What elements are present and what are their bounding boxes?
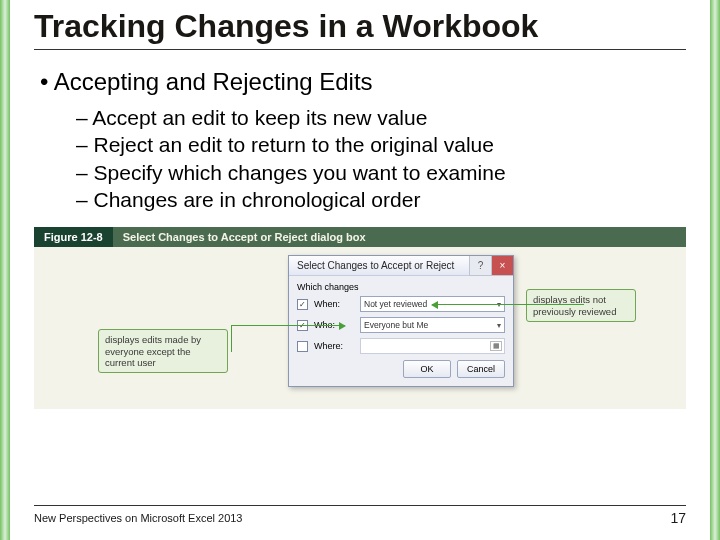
bullet-level2: Changes are in chronological order — [76, 186, 686, 213]
where-label: Where: — [314, 341, 354, 351]
bullet-level2: Accept an edit to keep its new value — [76, 104, 686, 131]
dialog-content: Which changes When: Not yet reviewed ▾ W… — [289, 276, 513, 386]
chevron-down-icon: ▾ — [497, 321, 501, 330]
who-combo[interactable]: Everyone but Me ▾ — [360, 317, 505, 333]
footer-page-number: 17 — [670, 510, 686, 526]
dialog-titlebar: Select Changes to Accept or Reject ? × — [289, 256, 513, 276]
ok-button[interactable]: OK — [403, 360, 451, 378]
when-value: Not yet reviewed — [364, 299, 427, 309]
which-changes-label: Which changes — [297, 282, 505, 292]
dialog-title-text: Select Changes to Accept or Reject — [297, 260, 454, 271]
figure-header: Figure 12-8 Select Changes to Accept or … — [34, 227, 686, 247]
when-checkbox[interactable] — [297, 299, 308, 310]
slide-footer: New Perspectives on Microsoft Excel 2013… — [34, 505, 686, 526]
figure-caption: Select Changes to Accept or Reject dialo… — [113, 227, 686, 247]
bullet-level2: Reject an edit to return to the original… — [76, 131, 686, 158]
decorative-left-border — [0, 0, 10, 540]
decorative-right-border — [710, 0, 720, 540]
when-label: When: — [314, 299, 354, 309]
callout-when: displays edits not previously reviewed — [526, 289, 636, 322]
callout-who: displays edits made by everyone except t… — [98, 329, 228, 373]
close-button[interactable]: × — [491, 256, 513, 276]
slide-body: Tracking Changes in a Workbook Accepting… — [10, 0, 710, 540]
figure-number: Figure 12-8 — [34, 227, 113, 247]
figure: Figure 12-8 Select Changes to Accept or … — [34, 227, 686, 409]
help-button[interactable]: ? — [469, 256, 491, 276]
refedit-collapse-icon[interactable]: ▦ — [490, 341, 502, 351]
bullet-level2: Specify which changes you want to examin… — [76, 159, 686, 186]
who-value: Everyone but Me — [364, 320, 428, 330]
where-refedit[interactable]: ▦ — [360, 338, 505, 354]
where-checkbox[interactable] — [297, 341, 308, 352]
figure-body: Select Changes to Accept or Reject ? × W… — [34, 247, 686, 409]
arrow-to-when — [432, 304, 584, 305]
footer-book-title: New Perspectives on Microsoft Excel 2013 — [34, 512, 242, 524]
bullet-level1: Accepting and Rejecting Edits — [40, 68, 686, 96]
cancel-button[interactable]: Cancel — [457, 360, 505, 378]
where-row: Where: ▦ — [297, 338, 505, 354]
slide-title: Tracking Changes in a Workbook — [34, 8, 686, 50]
arrow-to-who — [231, 325, 345, 326]
dialog-window: Select Changes to Accept or Reject ? × W… — [288, 255, 514, 387]
